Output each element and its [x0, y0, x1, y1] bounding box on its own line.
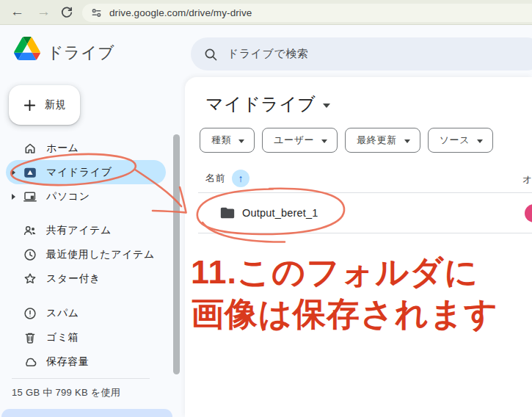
filter-chip-type[interactable]: 種類: [200, 128, 255, 153]
sidebar-item-label: ホーム: [46, 142, 79, 155]
list-divider: [198, 233, 532, 233]
browser-forward-icon[interactable]: →: [37, 3, 51, 21]
owner-avatar[interactable]: [525, 204, 532, 222]
folder-icon: [219, 205, 236, 221]
sidebar: 新規 ホーム マイドライブ: [0, 77, 185, 417]
sidebar-item-label: マイドライブ: [46, 166, 112, 179]
sidebar-item-computers[interactable]: パソコン: [6, 184, 166, 208]
clock-icon: [23, 247, 37, 262]
filter-chip-people[interactable]: ユーザー: [262, 128, 338, 153]
search-icon: [203, 47, 218, 62]
sidebar-item-label: 保存容量: [46, 355, 89, 369]
home-icon: [23, 141, 37, 156]
people-icon: [23, 223, 37, 238]
sidebar-item-label: ゴミ箱: [46, 331, 79, 344]
browser-back-icon[interactable]: ←: [10, 3, 24, 21]
url-text: drive.google.com/drive/my-drive: [109, 7, 252, 18]
my-drive-icon: [23, 165, 37, 180]
sidebar-item-label: パソコン: [46, 190, 90, 203]
column-header-owner-partial: オ: [522, 173, 532, 186]
sidebar-item-recent[interactable]: 最近使用したアイテム: [6, 242, 166, 266]
url-bar[interactable]: drive.google.com/drive/my-drive: [82, 4, 532, 22]
chip-label: ソース: [440, 134, 470, 147]
sidebar-divider: [12, 378, 150, 379]
app-title: ドライブ: [47, 42, 114, 64]
name-column-label: 名前: [205, 172, 225, 185]
page-title: マイドライブ: [205, 93, 316, 116]
sidebar-item-spam[interactable]: スパム: [6, 301, 166, 325]
site-settings-icon: [90, 7, 103, 19]
sidebar-item-label: スター付き: [46, 272, 101, 286]
chevron-down-icon: [238, 139, 244, 143]
sidebar-item-my-drive[interactable]: マイドライブ: [6, 160, 166, 184]
sort-ascending-icon[interactable]: ↑: [232, 170, 249, 187]
filter-chip-modified[interactable]: 最終更新: [345, 128, 420, 153]
expand-arrow-icon[interactable]: [12, 194, 15, 200]
spam-icon: [23, 306, 37, 321]
sidebar-item-starred[interactable]: スター付き: [6, 266, 166, 291]
filter-chip-source[interactable]: ソース: [428, 128, 493, 153]
sidebar-scrollbar[interactable]: [173, 134, 180, 374]
search-input[interactable]: ドライブで検索: [191, 37, 532, 70]
filter-chips: 種類 ユーザー 最終更新 ソース: [200, 128, 493, 153]
sidebar-nav: ホーム マイドライブ パソコン: [0, 136, 166, 374]
new-button-label: 新規: [45, 98, 66, 112]
chevron-down-icon: [477, 139, 483, 143]
sidebar-item-shared[interactable]: 共有アイテム: [6, 218, 166, 242]
sidebar-item-trash[interactable]: ゴミ箱: [6, 325, 166, 349]
chevron-down-icon: [404, 139, 410, 143]
get-more-storage-button[interactable]: [1, 409, 172, 417]
sidebar-item-storage[interactable]: 保存容量: [6, 349, 166, 374]
page-title-dropdown[interactable]: マイドライブ: [205, 93, 330, 116]
sidebar-item-label: スパム: [46, 307, 79, 320]
main-content: マイドライブ 種類 ユーザー 最終更新 ソース 名前 ↑ オ: [185, 77, 532, 417]
sidebar-item-home[interactable]: ホーム: [6, 136, 166, 160]
sidebar-item-label: 共有アイテム: [46, 224, 112, 237]
chip-label: 最終更新: [357, 134, 396, 147]
storage-usage-text: 15 GB 中 799 KB を使用: [12, 386, 120, 399]
chip-label: 種類: [211, 134, 231, 147]
browser-reload-icon[interactable]: [60, 6, 73, 19]
cloud-icon: [23, 355, 37, 369]
annotation-text: 11.このフォルダに 画像は保存されます: [191, 252, 498, 335]
expand-arrow-icon[interactable]: [12, 170, 15, 175]
computer-icon: [23, 189, 37, 204]
annotation-line-2: 画像は保存されます: [191, 294, 498, 336]
chevron-down-icon: [323, 104, 330, 108]
trash-icon: [23, 330, 37, 345]
sidebar-item-label: 最近使用したアイテム: [46, 248, 155, 261]
chevron-down-icon: [321, 139, 327, 143]
google-drive-logo[interactable]: [14, 37, 40, 60]
file-name: Output_beret_1: [242, 207, 318, 219]
annotation-line-1: 11.このフォルダに: [191, 252, 498, 294]
chip-label: ユーザー: [274, 134, 314, 147]
plus-icon: [23, 98, 37, 112]
new-button[interactable]: 新規: [9, 85, 80, 125]
browser-toolbar: ← → drive.google.com/drive/my-drive: [0, 0, 532, 25]
file-row-output-beret-1[interactable]: Output_beret_1: [185, 193, 532, 233]
search-placeholder: ドライブで検索: [227, 47, 308, 61]
column-header-name[interactable]: 名前 ↑: [205, 170, 249, 187]
star-icon: [23, 272, 37, 286]
